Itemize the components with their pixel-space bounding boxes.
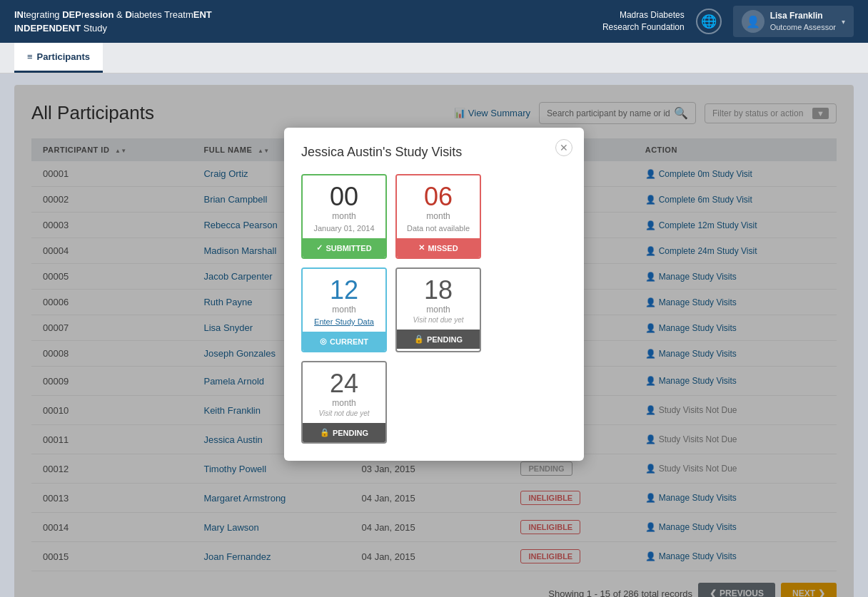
visit-card-body: 00 month January 01, 2014 — [303, 175, 385, 238]
visit-card-footer: ✕ MISSED — [397, 238, 480, 257]
visit-status-label: PENDING — [333, 429, 368, 437]
visit-pending-text: Visit not due yet — [403, 316, 474, 324]
menu-icon: ≡ — [27, 51, 33, 62]
visit-status-icon: ✕ — [418, 243, 425, 252]
study-visits-modal: Jessica Austin's Study Visits ✕ 00 month… — [284, 128, 584, 461]
modal-close-button[interactable]: ✕ — [555, 139, 572, 156]
visit-card-body: 12 month Enter Study Data — [303, 269, 385, 332]
visit-card: 18 month Visit not due yet 🔒 PENDING — [395, 267, 481, 352]
chevron-down-icon: ▾ — [842, 18, 845, 26]
visit-card: 06 month Data not available ✕ MISSED — [395, 174, 481, 259]
visit-status-label: PENDING — [427, 335, 463, 344]
visit-month-number: 24 — [308, 371, 380, 397]
header-right: Madras Diabetes Research Foundation 🌐 👤 … — [602, 6, 854, 37]
user-info: Lisa Franklin Outcome Assessor — [770, 10, 836, 33]
visit-month-label: month — [403, 305, 474, 315]
visit-card-footer: ✓ SUBMITTED — [303, 238, 385, 257]
visit-status-label: CURRENT — [330, 337, 368, 346]
nav-bar: ≡ Participants — [0, 43, 868, 73]
visit-grid: 00 month January 01, 2014 ✓ SUBMITTED 06… — [301, 174, 567, 444]
visit-status-label: MISSED — [428, 244, 458, 252]
user-name: Lisa Franklin — [770, 10, 836, 22]
app-header: INtegrating DEPression & Diabetes Treatm… — [0, 0, 868, 43]
visit-month-number: 06 — [403, 184, 474, 210]
nav-tab-label: Participants — [37, 51, 90, 62]
visit-pending-text: Visit not due yet — [308, 409, 380, 417]
visit-status-icon: ◎ — [320, 337, 327, 346]
visit-month-label: month — [308, 305, 380, 315]
visit-month-number: 12 — [308, 277, 380, 303]
org-sub: Research Foundation — [602, 21, 685, 34]
visit-date: January 01, 2014 — [308, 224, 380, 233]
visit-status-icon: 🔒 — [320, 428, 330, 437]
globe-icon: 🌐 — [696, 9, 722, 34]
org-info: Madras Diabetes Research Foundation — [602, 9, 685, 34]
visit-card-body: 18 month Visit not due yet — [397, 269, 480, 330]
visit-month-number: 18 — [403, 277, 474, 303]
visit-card-footer: 🔒 PENDING — [397, 330, 480, 349]
visit-month-label: month — [403, 211, 474, 221]
visit-date: Data not available — [403, 224, 474, 233]
visit-card: 24 month Visit not due yet 🔒 PENDING — [301, 361, 387, 444]
visit-card-footer: 🔒 PENDING — [303, 423, 385, 442]
avatar: 👤 — [742, 10, 764, 33]
visit-card-body: 06 month Data not available — [397, 175, 480, 238]
modal-title: Jessica Austin's Study Visits — [301, 145, 567, 160]
visit-card: 12 month Enter Study Data ◎ CURRENT — [301, 267, 387, 352]
nav-tab-participants[interactable]: ≡ Participants — [14, 43, 103, 73]
org-name: Madras Diabetes — [602, 9, 685, 21]
visit-card-footer: ◎ CURRENT — [303, 332, 385, 351]
user-section[interactable]: 👤 Lisa Franklin Outcome Assessor ▾ — [733, 6, 854, 37]
enter-study-data-link[interactable]: Enter Study Data — [308, 317, 380, 326]
visit-month-label: month — [308, 211, 380, 221]
visit-month-label: month — [308, 398, 380, 408]
app-title: INtegrating DEPression & Diabetes Treatm… — [14, 8, 212, 36]
visit-card: 00 month January 01, 2014 ✓ SUBMITTED — [301, 174, 387, 259]
visit-month-number: 00 — [308, 184, 380, 210]
visit-status-label: SUBMITTED — [326, 244, 371, 252]
main-content: All Participants 📊 View Summary 🔍 Filter… — [14, 85, 854, 597]
visit-status-icon: 🔒 — [414, 335, 424, 344]
visit-card-body: 24 month Visit not due yet — [303, 362, 385, 423]
visit-status-icon: ✓ — [316, 243, 323, 252]
modal-overlay: Jessica Austin's Study Visits ✕ 00 month… — [14, 85, 854, 597]
user-role: Outcome Assessor — [770, 22, 836, 33]
